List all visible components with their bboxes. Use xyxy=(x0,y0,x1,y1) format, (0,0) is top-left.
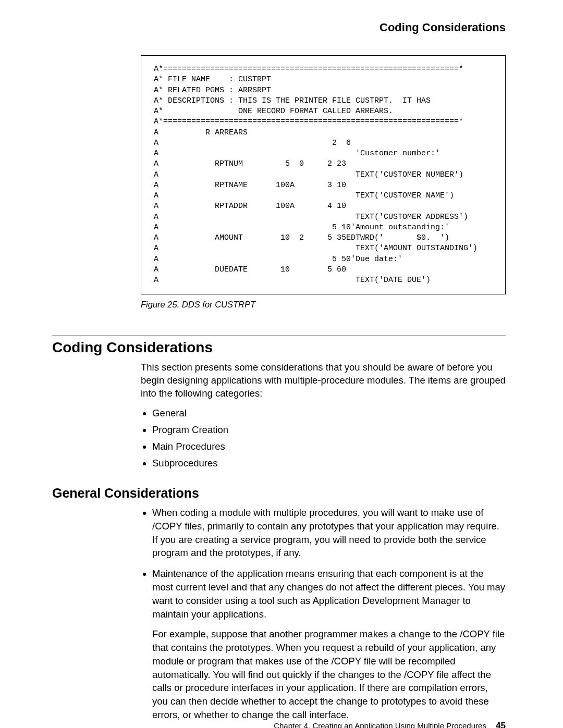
running-header: Coding Considerations xyxy=(52,21,506,34)
intro-block: This section presents some consideration… xyxy=(141,361,506,470)
general-bullet-list: When coding a module with multiple proce… xyxy=(141,506,506,722)
figure-caption: Figure 25. DDS for CUSTRPT xyxy=(141,300,506,310)
bullet-para: For example, suppose that another progra… xyxy=(152,627,506,722)
page-number: 45 xyxy=(496,721,506,728)
code-listing: A*======================================… xyxy=(141,55,506,294)
list-item: Maintenance of the application means ens… xyxy=(152,567,506,722)
intro-paragraph: This section presents some consideration… xyxy=(141,361,506,400)
page-footer: Chapter 4. Creating an Application Using… xyxy=(52,721,506,728)
intro-bullet-list: General Program Creation Main Procedures… xyxy=(141,406,506,470)
page: Coding Considerations A*================… xyxy=(0,0,563,728)
list-item: Subprocedures xyxy=(152,456,506,470)
section-rule xyxy=(52,336,506,336)
list-item: General xyxy=(152,406,506,420)
general-block: When coding a module with multiple proce… xyxy=(141,506,506,722)
footer-chapter: Chapter 4. Creating an Application Using… xyxy=(274,721,486,728)
list-item: Program Creation xyxy=(152,423,506,437)
list-item: Main Procedures xyxy=(152,440,506,453)
subsection-heading: General Considerations xyxy=(52,486,506,501)
list-item: When coding a module with multiple proce… xyxy=(152,506,506,560)
section-heading: Coding Considerations xyxy=(52,339,506,356)
bullet-text: Maintenance of the application means ens… xyxy=(152,568,505,620)
